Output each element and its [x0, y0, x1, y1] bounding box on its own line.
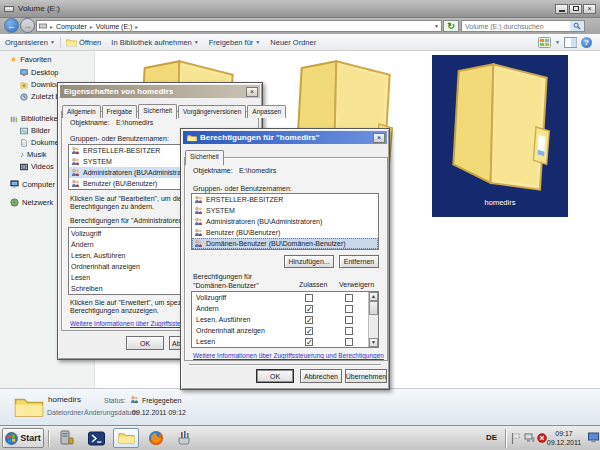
details-modified-label: Änderungsdatum: — [84, 408, 139, 417]
access-control-link[interactable]: Weitere Informationen über Zugriffssteue… — [193, 352, 384, 359]
organize-menu[interactable]: Organisieren▼ — [0, 35, 60, 50]
breadcrumb-computer[interactable]: Computer — [56, 23, 87, 30]
network-icon — [10, 198, 19, 207]
views-dropdown-arrow[interactable]: ▼ — [555, 39, 560, 45]
breadcrumb-volume[interactable]: Volume (E:) — [96, 23, 133, 30]
tab-freigabe[interactable]: Freigabe — [102, 105, 138, 118]
allow-checkbox[interactable]: ✓ — [305, 316, 313, 324]
server-manager-taskbar-icon[interactable] — [53, 428, 79, 448]
minimize-button[interactable] — [555, 4, 568, 14]
tab-vorgaengerversionen[interactable]: Vorgängerversionen — [178, 105, 246, 118]
tab-allgemein[interactable]: Allgemein — [62, 105, 101, 118]
close-button[interactable]: × — [583, 4, 596, 14]
sidebar-item-musik[interactable]: ♪Musik — [20, 150, 47, 159]
group-icon — [194, 239, 203, 248]
paint-taskbar-icon[interactable] — [171, 428, 197, 448]
star-icon: ★ — [10, 55, 17, 64]
scroll-up-icon[interactable]: ▲ — [369, 292, 378, 301]
sidebar-item-desktop[interactable]: Desktop — [20, 68, 59, 77]
views-icon[interactable] — [538, 37, 551, 48]
scrollbar-thumb[interactable] — [369, 301, 378, 315]
tab-sicherheit[interactable]: Sicherheit — [138, 104, 177, 119]
tab-sicherheit[interactable]: Sicherheit — [185, 150, 224, 165]
sidebar-item-bilder[interactable]: Bilder — [20, 126, 50, 135]
object-name-value: E:\homedirs — [239, 167, 276, 175]
groups-users-label: Gruppen- oder Benutzernamen: — [193, 185, 292, 193]
sidebar-item-bibliotheken[interactable]: Bibliotheken — [10, 114, 62, 123]
refresh-button[interactable]: ↻ — [443, 20, 459, 32]
window-titlebar[interactable]: Volume (E:) × — [0, 0, 600, 18]
properties-dialog-titlebar[interactable]: Eigenschaften von homedirs × — [60, 85, 260, 98]
tab-anpassen[interactable]: Anpassen — [247, 105, 286, 118]
deny-checkbox[interactable] — [345, 294, 353, 302]
cancel-button[interactable]: Abbrechen — [300, 369, 342, 383]
permission-row[interactable]: Ändern✓ — [192, 303, 378, 314]
explorer-taskbar-icon[interactable] — [113, 428, 139, 448]
powershell-taskbar-icon[interactable] — [83, 428, 109, 448]
permission-row[interactable]: Lesen, Ausführen✓ — [192, 314, 378, 325]
close-icon[interactable]: × — [373, 133, 385, 143]
start-button[interactable]: Start — [2, 428, 44, 448]
sidebar-item-computer[interactable]: Computer — [10, 180, 55, 189]
edit-hint-text: Klicken Sie auf "Bearbeiten", um die Ber… — [70, 195, 190, 211]
permission-row[interactable]: Lesen✓ — [192, 336, 378, 347]
tray-clock[interactable]: 09:17 09.12.2011 — [542, 429, 586, 447]
language-indicator[interactable]: DE — [486, 433, 497, 442]
details-pane: homedirs Status: Freigegeben Dateiordner… — [0, 388, 600, 425]
deny-checkbox[interactable] — [345, 338, 353, 346]
open-button[interactable]: Öffnen — [61, 35, 106, 50]
deny-checkbox[interactable] — [345, 327, 353, 335]
help-icon[interactable]: ? — [581, 37, 592, 48]
allow-checkbox[interactable]: ✓ — [305, 338, 313, 346]
documents-icon — [20, 139, 28, 147]
sidebar-item-videos[interactable]: Videos — [20, 162, 54, 171]
restore-button[interactable] — [569, 4, 582, 14]
group-icon — [194, 228, 203, 237]
sidebar-item-netzwerk[interactable]: Netzwerk — [10, 198, 53, 207]
add-to-library-menu[interactable]: In Bibliothek aufnehmen▼ — [106, 35, 203, 50]
forward-button[interactable]: → — [20, 18, 35, 33]
back-button[interactable]: ← — [4, 18, 19, 33]
list-item-selected[interactable]: Domänen-Benutzer (BU\Domänen-Benutzer) — [192, 238, 378, 249]
preview-pane-icon[interactable] — [564, 37, 577, 48]
list-item[interactable]: Administratoren (BU\Administratoren) — [192, 216, 378, 227]
scrollbar[interactable]: ▲▼ — [368, 292, 378, 347]
music-icon: ♪ — [20, 150, 24, 159]
ok-button[interactable]: OK — [126, 336, 164, 350]
show-desktop-icon[interactable] — [588, 432, 599, 443]
allow-checkbox[interactable]: ✓ — [305, 305, 313, 313]
search-button[interactable] — [570, 21, 584, 31]
scroll-down-icon[interactable]: ▼ — [369, 338, 378, 347]
list-item[interactable]: Benutzer (BU\Benutzer) — [192, 227, 378, 238]
search-box — [461, 20, 585, 32]
new-folder-button[interactable]: Neuer Ordner — [265, 35, 321, 50]
address-box[interactable]: ▸ Computer ▸ Volume (E:) ▸ ▼ — [36, 20, 442, 32]
allow-checkbox[interactable]: ✓ — [305, 327, 313, 335]
allow-checkbox[interactable] — [305, 294, 313, 302]
desktop-icon — [20, 69, 28, 77]
firefox-taskbar-icon[interactable] — [143, 428, 169, 448]
network-tray-icon[interactable] — [524, 433, 535, 443]
permission-row[interactable]: Ordnerinhalt anzeigen✓ — [192, 325, 378, 336]
group-icon — [194, 217, 203, 226]
remove-button[interactable]: Entfernen — [339, 255, 379, 268]
list-item[interactable]: SYSTEM — [192, 205, 378, 216]
ok-button[interactable]: OK — [256, 369, 294, 383]
close-icon[interactable]: × — [246, 87, 258, 97]
deny-checkbox[interactable] — [345, 305, 353, 313]
sidebar-item-favoriten[interactable]: ★Favoriten — [10, 55, 51, 64]
share-with-menu[interactable]: Freigeben für▼ — [204, 35, 266, 50]
details-item-name: homedirs — [48, 395, 81, 405]
permissions-dialog-titlebar[interactable]: Berechtigungen für "homedirs" × — [183, 131, 387, 144]
address-dropdown-arrow[interactable]: ▼ — [434, 23, 439, 29]
action-center-flag-icon[interactable] — [511, 433, 521, 444]
screen: { "colors": { "selection_navy": "#152a6e… — [0, 0, 600, 450]
add-button[interactable]: Hinzufügen... — [284, 255, 334, 268]
apply-button[interactable]: Übernehmen — [345, 369, 387, 383]
permissions-for-label-line1: Berechtigungen für — [193, 273, 252, 281]
deny-checkbox[interactable] — [345, 316, 353, 324]
selected-folder-homedirs[interactable]: homedirs — [432, 55, 568, 217]
search-input[interactable] — [462, 23, 570, 30]
permission-row[interactable]: Vollzugriff — [192, 292, 378, 303]
list-item[interactable]: ERSTELLER-BESITZER — [192, 194, 378, 205]
